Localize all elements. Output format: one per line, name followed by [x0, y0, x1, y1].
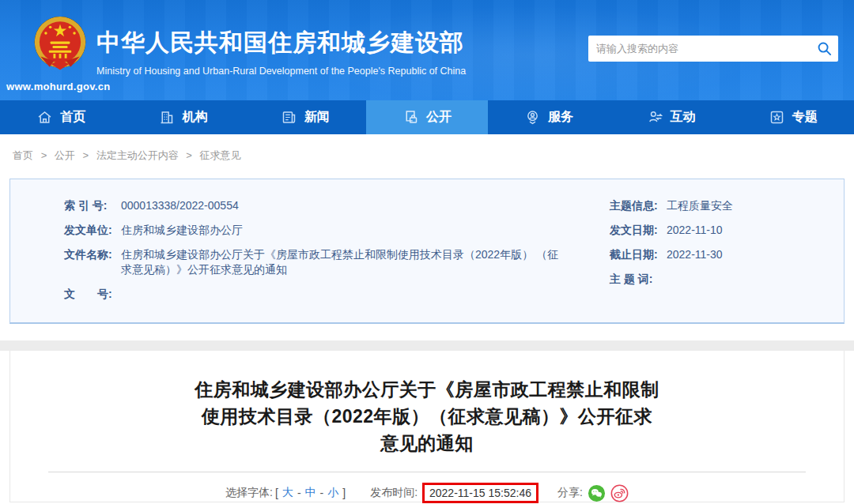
nav-item-organization[interactable]: 机构 — [122, 100, 244, 134]
info-left-column: 索 引 号: 000013338/2022-00554 发文单位: 住房和城乡建… — [10, 198, 573, 311]
weibo-share-icon[interactable] — [610, 484, 629, 502]
site-url: www.mohurd.gov.cn — [6, 81, 125, 92]
section-separator — [0, 340, 854, 351]
breadcrumb-home[interactable]: 首页 — [13, 149, 33, 161]
info-label: 主 题 词: — [610, 272, 663, 287]
info-value: 住房和城乡建设部办公厅关于《房屋市政工程禁止和限制使用技术目录（2022年版） … — [121, 247, 564, 277]
article-card: 住房和城乡建设部办公厅关于《房屋市政工程禁止和限制 使用技术目录（2022年版）… — [9, 351, 845, 502]
article-meta-bar: 选择字体: [ 大 - 中 - 小 ] 发布时间: 2022-11-15 15:… — [10, 483, 844, 503]
nav-item-disclosure[interactable]: 公开 — [366, 100, 488, 134]
news-icon — [281, 109, 297, 126]
document-info-box: 索 引 号: 000013338/2022-00554 发文单位: 住房和城乡建… — [9, 179, 845, 324]
site-subtitle-en: Ministry of Housing and Urban-Rural Deve… — [96, 66, 466, 77]
article-title: 住房和城乡建设部办公厅关于《房屋市政工程禁止和限制 使用技术目录（2022年版）… — [10, 376, 844, 457]
info-value: 住房和城乡建设部办公厅 — [121, 223, 243, 238]
info-row-issue-date: 发文日期: 2022-11-10 — [610, 223, 844, 238]
topics-icon — [769, 109, 785, 126]
search-button[interactable] — [810, 36, 838, 62]
info-row-subject-info: 主题信息: 工程质量安全 — [610, 198, 844, 213]
info-value: 2022-11-10 — [667, 223, 723, 238]
info-label: 文 号: — [64, 287, 118, 302]
info-row-issuing-unit: 发文单位: 住房和城乡建设部办公厅 — [64, 223, 573, 238]
nav-label: 互动 — [671, 109, 696, 126]
nav-item-topics[interactable]: 专题 — [732, 100, 854, 134]
home-icon — [36, 109, 53, 126]
info-value: 2022-11-30 — [667, 247, 723, 262]
bracket-open: [ — [275, 487, 278, 499]
font-size-small-button[interactable]: 小 — [327, 486, 338, 500]
info-label: 文件名称: — [64, 247, 118, 277]
article-title-line: 使用技术目录（2022年版）（征求意见稿）》公开征求 — [10, 403, 844, 430]
search-icon — [817, 41, 832, 56]
info-row-deadline-date: 截止日期: 2022-11-30 — [610, 247, 844, 262]
font-size-large-button[interactable]: 大 — [282, 486, 293, 500]
breadcrumb-separator: > — [41, 149, 47, 161]
national-emblem-icon — [30, 14, 90, 81]
site-title: 中华人民共和国住房和城乡建设部 — [96, 27, 466, 59]
publish-time-group: 发布时间: 2022-11-15 15:52:46 — [370, 483, 538, 503]
dash: - — [320, 487, 324, 499]
bracket-close: ] — [342, 487, 346, 499]
font-size-selector: 选择字体: [ 大 - 中 - 小 ] — [225, 486, 348, 500]
nav-item-interaction[interactable]: 互动 — [610, 100, 731, 134]
info-row-keywords: 主 题 词: — [610, 272, 844, 287]
info-row-index-number: 索 引 号: 000013338/2022-00554 — [64, 198, 573, 213]
info-label: 发文单位: — [64, 223, 118, 238]
nav-label: 机构 — [182, 109, 207, 126]
info-label: 主题信息: — [610, 198, 663, 213]
article-title-line: 住房和城乡建设部办公厅关于《房屋市政工程禁止和限制 — [10, 376, 844, 403]
interaction-icon — [647, 109, 663, 126]
info-label: 发文日期: — [610, 223, 663, 238]
info-label: 截止日期: — [610, 247, 663, 262]
publish-time-label: 发布时间: — [370, 486, 418, 500]
nav-label: 服务 — [548, 109, 573, 126]
share-label: 分享: — [557, 486, 583, 500]
breadcrumb-separator: > — [186, 149, 192, 161]
nav-label: 公开 — [426, 109, 452, 126]
info-row-document-number: 文 号: — [64, 287, 573, 302]
font-size-medium-button[interactable]: 中 — [305, 486, 316, 500]
search-box — [588, 36, 838, 62]
title-divider — [48, 472, 806, 472]
article-title-line: 意见的通知 — [10, 430, 844, 457]
site-header: www.mohurd.gov.cn 中华人民共和国住房和城乡建设部 Minist… — [0, 0, 854, 100]
nav-label: 首页 — [60, 109, 85, 126]
breadcrumb-statutory-content[interactable]: 法定主动公开内容 — [96, 149, 179, 161]
nav-label: 新闻 — [304, 109, 330, 126]
info-right-column: 主题信息: 工程质量安全 发文日期: 2022-11-10 截止日期: 2022… — [573, 198, 844, 311]
info-label: 索 引 号: — [64, 198, 118, 213]
share-group: 分享: — [557, 484, 629, 502]
service-icon — [524, 109, 541, 126]
nav-item-service[interactable]: 服务 — [488, 100, 610, 134]
wechat-share-icon[interactable] — [588, 484, 606, 502]
disclosure-icon — [402, 109, 419, 126]
breadcrumb-disclosure[interactable]: 公开 — [55, 149, 75, 161]
info-value: 工程质量安全 — [667, 198, 733, 213]
breadcrumb-separator: > — [82, 149, 89, 161]
dash: - — [297, 487, 301, 499]
nav-item-home[interactable]: 首页 — [0, 100, 122, 134]
font-select-label: 选择字体: — [225, 486, 273, 500]
info-value: 000013338/2022-00554 — [121, 198, 239, 213]
nav-item-news[interactable]: 新闻 — [244, 100, 366, 134]
main-nav: 首页 机构 新闻 公开 服务 — [0, 100, 854, 134]
publish-time-value: 2022-11-15 15:52:46 — [422, 483, 538, 503]
nav-label: 专题 — [792, 109, 818, 126]
info-row-document-name: 文件名称: 住房和城乡建设部办公厅关于《房屋市政工程禁止和限制使用技术目录（20… — [64, 247, 573, 277]
breadcrumb: 首页 > 公开 > 法定主动公开内容 > 征求意见 — [0, 134, 854, 176]
breadcrumb-solicit-opinions[interactable]: 征求意见 — [200, 149, 241, 161]
search-input[interactable] — [588, 43, 810, 55]
organization-icon — [158, 109, 175, 126]
